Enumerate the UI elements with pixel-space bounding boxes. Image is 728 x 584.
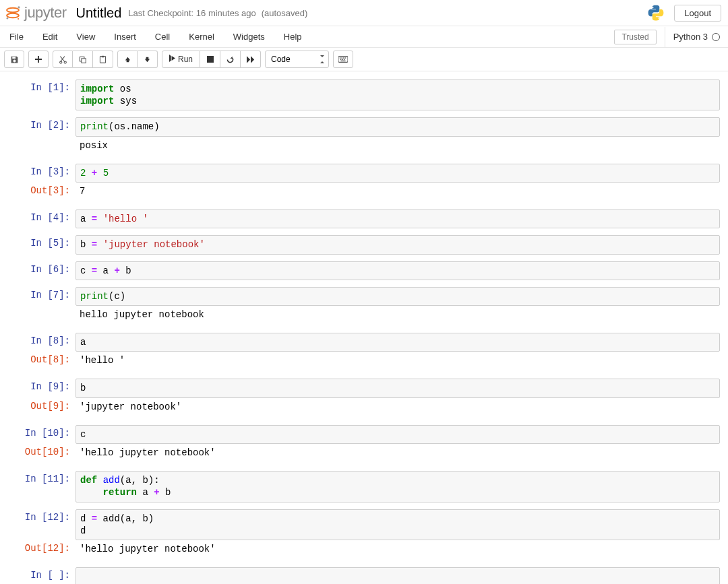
menu-edit[interactable]: Edit bbox=[33, 26, 67, 47]
checkpoint-status: Last Checkpoint: 16 minutes ago bbox=[128, 8, 255, 18]
execute-result: 'jupyter notebook' bbox=[75, 398, 720, 416]
stream-output: hello jupyter notebook bbox=[75, 306, 720, 323]
input-prompt: In [7]: bbox=[8, 287, 75, 306]
paste-button[interactable] bbox=[93, 51, 113, 68]
code-cell[interactable]: In [3]:2 + 5 bbox=[8, 164, 720, 183]
svg-rect-17 bbox=[340, 59, 342, 60]
output-prompt: Out[3]: bbox=[8, 183, 75, 200]
copy-button[interactable] bbox=[73, 51, 93, 68]
svg-rect-16 bbox=[345, 57, 346, 58]
code-cell[interactable]: In [8]:a bbox=[8, 333, 720, 352]
output-prompt: Out[12]: bbox=[8, 540, 75, 558]
code-cell[interactable]: In [7]:print(c) bbox=[8, 287, 720, 306]
move-up-button[interactable] bbox=[117, 51, 138, 68]
code-cell[interactable]: In [6]:c = a + b bbox=[8, 261, 720, 280]
svg-rect-8 bbox=[82, 58, 86, 63]
cut-button[interactable] bbox=[53, 51, 73, 68]
menu-widgets[interactable]: Widgets bbox=[224, 26, 274, 47]
execute-result: 'hello jupyter notebook' bbox=[75, 444, 720, 461]
insert-cell-button[interactable] bbox=[28, 51, 49, 68]
input-prompt: In [5]: bbox=[8, 235, 75, 254]
input-area[interactable]: 2 + 5 bbox=[75, 164, 720, 183]
input-area[interactable]: c = a + b bbox=[75, 261, 720, 280]
input-area[interactable]: a bbox=[75, 333, 720, 352]
input-area[interactable]: import os import sys bbox=[75, 79, 720, 110]
kernel-idle-icon bbox=[712, 33, 720, 41]
cell-type-select[interactable]: Code bbox=[265, 51, 329, 68]
input-area[interactable]: c bbox=[75, 425, 720, 444]
notebook-name[interactable]: Untitled bbox=[76, 5, 122, 21]
command-palette-button[interactable] bbox=[333, 51, 353, 68]
kernel-indicator[interactable]: Python 3 bbox=[665, 27, 728, 47]
restart-button[interactable] bbox=[220, 51, 241, 68]
interrupt-button[interactable] bbox=[200, 51, 220, 68]
header-bar: jupyter Untitled Last Checkpoint: 16 min… bbox=[0, 0, 728, 26]
svg-rect-14 bbox=[341, 57, 342, 58]
input-prompt: In [2]: bbox=[8, 117, 75, 136]
move-down-button[interactable] bbox=[138, 51, 158, 68]
execute-result: 'hello jupyter notebook' bbox=[75, 540, 720, 558]
jupyter-logo[interactable]: jupyter bbox=[4, 4, 67, 22]
input-prompt: In [11]: bbox=[8, 471, 75, 502]
toolbar: Run Code bbox=[0, 48, 728, 71]
menubar: FileEditViewInsertCellKernelWidgetsHelp … bbox=[0, 26, 728, 48]
input-prompt: In [8]: bbox=[8, 333, 75, 352]
svg-rect-10 bbox=[102, 55, 104, 57]
svg-rect-13 bbox=[340, 57, 341, 58]
code-cell[interactable]: In [2]:print(os.name) bbox=[8, 117, 720, 136]
input-area[interactable]: print(c) bbox=[75, 287, 720, 306]
input-prompt: In [ ]: bbox=[8, 567, 75, 584]
input-area[interactable]: b bbox=[75, 379, 720, 397]
svg-point-5 bbox=[59, 61, 61, 63]
svg-point-2 bbox=[18, 6, 20, 8]
logout-button[interactable]: Logout bbox=[674, 5, 721, 22]
notebook-container: In [1]:import os import sysIn [2]:print(… bbox=[0, 71, 728, 584]
code-cell[interactable]: In [5]:b = 'jupyter notebook' bbox=[8, 235, 720, 254]
menu-help[interactable]: Help bbox=[274, 26, 311, 47]
code-cell[interactable]: In [12]:d = add(a, b) d bbox=[8, 509, 720, 540]
menu-cell[interactable]: Cell bbox=[146, 26, 179, 47]
menu-insert[interactable]: Insert bbox=[104, 26, 146, 47]
save-button[interactable] bbox=[4, 51, 24, 68]
input-prompt: In [9]: bbox=[8, 379, 75, 397]
cell-type-value: Code bbox=[271, 55, 291, 64]
svg-point-0 bbox=[7, 8, 19, 13]
input-prompt: In [1]: bbox=[8, 79, 75, 110]
trusted-indicator[interactable]: Trusted bbox=[614, 30, 656, 44]
python-logo-icon bbox=[646, 3, 666, 23]
svg-point-3 bbox=[7, 18, 9, 20]
output-prompt: Out[10]: bbox=[8, 444, 75, 461]
svg-point-4 bbox=[18, 18, 19, 20]
input-prompt: In [4]: bbox=[8, 209, 75, 228]
svg-rect-15 bbox=[343, 57, 344, 58]
execute-result: 7 bbox=[75, 183, 720, 200]
input-prompt: In [10]: bbox=[8, 425, 75, 444]
run-icon bbox=[169, 55, 175, 64]
execute-result: 'hello ' bbox=[75, 352, 720, 369]
svg-rect-18 bbox=[342, 59, 343, 60]
code-cell[interactable]: In [1]:import os import sys bbox=[8, 79, 720, 110]
run-button[interactable]: Run bbox=[162, 51, 200, 68]
svg-point-1 bbox=[7, 13, 19, 18]
code-cell[interactable]: In [10]:c bbox=[8, 425, 720, 444]
stream-output: posix bbox=[75, 137, 720, 154]
jupyter-wordmark: jupyter bbox=[24, 4, 67, 22]
svg-point-6 bbox=[64, 61, 66, 63]
code-cell[interactable]: In [11]:def add(a, b): return a + b bbox=[8, 471, 720, 502]
input-area[interactable] bbox=[75, 567, 720, 584]
restart-run-all-button[interactable] bbox=[241, 51, 261, 68]
code-cell[interactable]: In [ ]: bbox=[8, 567, 720, 584]
menu-kernel[interactable]: Kernel bbox=[179, 26, 224, 47]
menu-file[interactable]: File bbox=[0, 26, 33, 47]
input-area[interactable]: def add(a, b): return a + b bbox=[75, 471, 720, 502]
input-area[interactable]: a = 'hello ' bbox=[75, 209, 720, 228]
menu-view[interactable]: View bbox=[67, 26, 104, 47]
code-cell[interactable]: In [4]:a = 'hello ' bbox=[8, 209, 720, 228]
code-cell[interactable]: In [9]:b bbox=[8, 379, 720, 397]
output-prompt: Out[9]: bbox=[8, 398, 75, 416]
kernel-name: Python 3 bbox=[673, 32, 708, 42]
input-area[interactable]: print(os.name) bbox=[75, 117, 720, 136]
input-prompt: In [12]: bbox=[8, 509, 75, 540]
input-area[interactable]: d = add(a, b) d bbox=[75, 509, 720, 540]
input-area[interactable]: b = 'jupyter notebook' bbox=[75, 235, 720, 254]
